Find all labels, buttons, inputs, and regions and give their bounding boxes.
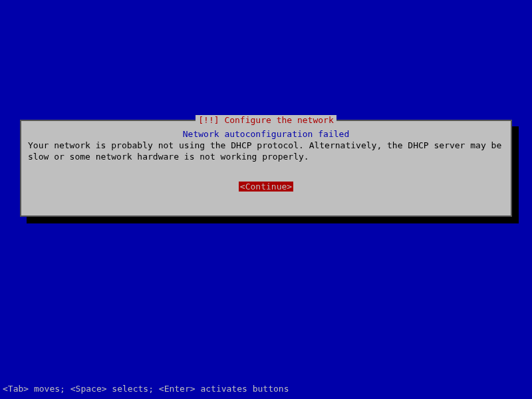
error-heading: Network autoconfiguration failed <box>28 129 504 139</box>
dialog-content: Network autoconfiguration failed Your ne… <box>21 121 511 192</box>
footer-help-text: <Tab> moves; <Space> selects; <Enter> ac… <box>3 384 289 394</box>
dialog-title: [!!] Configure the network <box>196 115 336 125</box>
error-body: Your network is probably not using the D… <box>28 140 504 163</box>
button-row: <Continue> <box>28 182 504 192</box>
dialog-box: [!!] Configure the network Network autoc… <box>20 120 512 217</box>
continue-button[interactable]: <Continue> <box>239 182 293 192</box>
dialog-title-bar: [!!] Configure the network <box>21 115 511 125</box>
